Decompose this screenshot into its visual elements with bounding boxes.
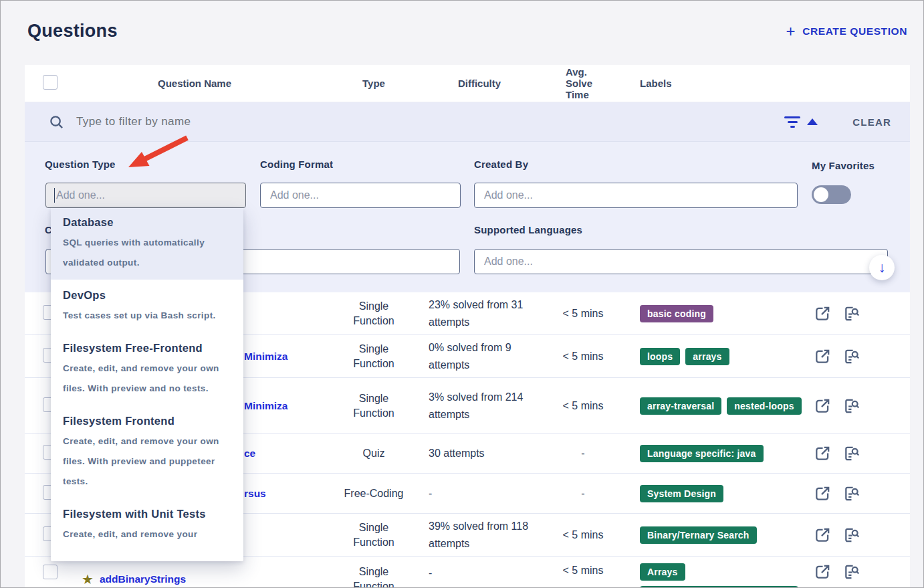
labels-cell: array-traversalnested-loops [640, 397, 804, 415]
open-in-new-window-icon[interactable] [814, 348, 831, 365]
label-badge: Language specific: java [640, 445, 764, 462]
difficulty-cell: - [429, 488, 432, 499]
open-in-new-window-icon[interactable] [814, 445, 831, 462]
scroll-down-button[interactable]: ↓ [869, 255, 895, 280]
dropdown-item[interactable]: Filesystem Frontend Create, edit, and re… [51, 405, 243, 498]
column-header-avg-solve-time: Avg. Solve Time [566, 66, 600, 100]
labels-cell: basic coding [640, 305, 804, 322]
difficulty-cell: 30 attempts [429, 448, 485, 459]
dropdown-item-description: Create, edit, and remove your [63, 524, 231, 545]
question-type-dropdown: Database SQL queries with automatically … [51, 208, 243, 561]
my-favorites-toggle[interactable] [812, 185, 851, 204]
question-type-placeholder: Add one... [56, 189, 105, 201]
label-badge: System Design [640, 485, 723, 502]
create-question-label: CREATE QUESTION [802, 25, 907, 37]
question-name-link[interactable]: rsus [244, 488, 266, 500]
type-cell: Single Function [340, 391, 407, 421]
dropdown-item[interactable]: Database SQL queries with automatically … [51, 208, 243, 280]
open-in-new-window-icon[interactable] [814, 305, 831, 322]
dropdown-item-description: SQL queries with automatically validated… [63, 233, 231, 273]
label-badge: loops [640, 348, 680, 365]
column-header-type: Type [322, 78, 426, 89]
plus-icon: + [786, 25, 796, 38]
question-type-input[interactable]: Add one... [45, 183, 246, 208]
label-badge: basic coding [640, 305, 713, 322]
open-in-new-window-icon[interactable] [814, 563, 831, 581]
avg-solve-time-cell: < 5 mins [533, 400, 633, 412]
avg-solve-time-cell: - [533, 488, 633, 500]
type-cell: Single Function [340, 299, 407, 328]
dropdown-item[interactable]: Filesystem Free-Frontend Create, edit, a… [51, 332, 243, 405]
avg-solve-time-cell: < 5 mins [533, 308, 633, 320]
open-in-new-window-icon[interactable] [814, 526, 831, 544]
avg-solve-time-cell: - [533, 448, 633, 460]
collapse-filters-control[interactable] [784, 116, 818, 128]
coding-format-input[interactable] [260, 183, 461, 208]
open-in-new-window-icon[interactable] [814, 397, 831, 415]
avg-solve-time-cell: < 5 mins [533, 565, 633, 577]
open-in-new-window-icon[interactable] [814, 485, 831, 502]
preview-question-icon[interactable] [843, 305, 860, 322]
difficulty-cell: 3% solved from 214 attempts [429, 391, 523, 420]
type-cell: Quiz [340, 446, 407, 461]
dropdown-item-description: Create, edit, and remove your own files.… [63, 359, 231, 399]
dropdown-item-title: Database [63, 216, 231, 229]
difficulty-cell: 39% solved from 118 attempts [429, 520, 528, 549]
labels-cell: System Design [640, 485, 804, 502]
dropdown-item-description: Create, edit, and remove your own files.… [63, 431, 231, 492]
questions-page: Questions + CREATE QUESTION Question Nam… [0, 0, 924, 588]
labels-cell: Binary/Ternary Search [640, 526, 804, 544]
label-badge: Arrays [640, 563, 685, 581]
difficulty-cell: 23% solved from 31 attempts [429, 299, 523, 328]
dropdown-item[interactable]: DevOps Test cases set up via Bash script… [51, 280, 243, 332]
question-name-link[interactable]: addBinaryStrings [100, 573, 186, 585]
row-checkbox[interactable] [43, 565, 57, 579]
favorite-star-icon[interactable]: ★ [82, 573, 94, 586]
label-badge: Binary/Ternary Search [640, 526, 757, 544]
my-favorites-label: My Favorites [812, 160, 875, 171]
preview-question-icon[interactable] [843, 397, 860, 415]
select-all-checkbox[interactable] [43, 75, 57, 90]
preview-question-icon[interactable] [843, 563, 860, 581]
created-by-input[interactable] [474, 183, 798, 208]
question-name-link[interactable]: Minimiza [244, 351, 287, 363]
toggle-knob [814, 187, 828, 202]
question-name-link[interactable]: Minimiza [244, 400, 287, 412]
triangle-up-icon [807, 118, 818, 125]
type-cell: Free-Coding [340, 486, 407, 501]
question-type-label: Question Type [45, 159, 116, 170]
supported-languages-input[interactable] [474, 249, 888, 274]
label-badge: nested-loops [727, 397, 802, 415]
preview-question-icon[interactable] [843, 485, 860, 502]
supported-languages-label: Supported Languages [474, 224, 582, 235]
type-cell: Single Function [340, 565, 407, 588]
question-name-cell: ★ addBinaryStrings [82, 573, 186, 586]
preview-question-icon[interactable] [843, 348, 860, 365]
column-header-difficulty: Difficulty [426, 78, 533, 89]
text-caret [54, 188, 55, 203]
type-cell: Single Function [340, 342, 407, 371]
filter-bar: CLEAR [25, 102, 910, 142]
clear-filters-button[interactable]: CLEAR [852, 116, 891, 128]
create-question-button[interactable]: + CREATE QUESTION [786, 25, 907, 38]
created-by-label: Created By [474, 159, 528, 170]
label-badge: arrays [685, 348, 729, 365]
filter-icon [784, 116, 800, 128]
question-name-link[interactable]: ce [244, 448, 255, 460]
column-header-labels: Labels [633, 78, 807, 89]
dropdown-item-title: Filesystem with Unit Tests [63, 508, 231, 520]
search-icon [49, 114, 64, 130]
labels-cell: Language specific: java [640, 445, 804, 462]
page-title: Questions [27, 21, 118, 41]
preview-question-icon[interactable] [843, 526, 860, 544]
avg-solve-time-cell: < 5 mins [533, 529, 633, 541]
preview-question-icon[interactable] [843, 445, 860, 462]
type-cell: Single Function [340, 520, 407, 550]
dropdown-item-description: Test cases set up via Bash script. [63, 306, 231, 326]
dropdown-item-title: DevOps [63, 289, 231, 302]
name-filter-input[interactable] [76, 115, 784, 128]
table-header-row: Question Name Type Difficulty Avg. Solve… [25, 65, 910, 102]
column-header-question-name: Question Name [68, 65, 322, 102]
avg-solve-time-cell: < 5 mins [533, 351, 633, 363]
dropdown-item[interactable]: Filesystem with Unit Tests Create, edit,… [51, 498, 243, 551]
